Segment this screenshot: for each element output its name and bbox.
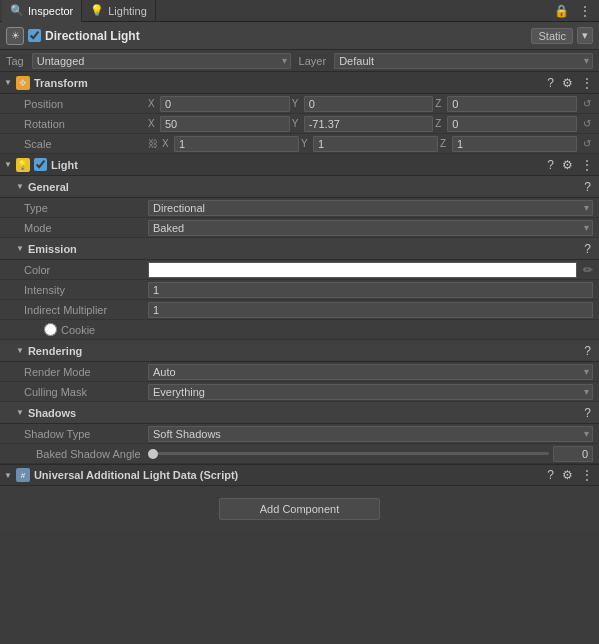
tag-select-wrapper: Untagged [32,53,291,69]
shadows-fields: Shadow Type Soft Shadows Baked Shadow An… [0,424,599,464]
object-name: Directional Light [45,29,527,43]
transform-actions: ? ⚙ ⋮ [545,77,595,89]
rotation-label: Rotation [24,118,144,130]
culling-mask-select[interactable]: Everything [148,384,593,400]
transform-help-button[interactable]: ? [545,77,556,89]
lighting-tab-icon: 💡 [90,4,104,17]
rotation-row: Rotation X Y Z ↺ [0,114,599,134]
tab-bar-right: 🔒 ⋮ [552,5,597,17]
rotation-z-input[interactable] [447,116,577,132]
render-mode-select-wrapper: Auto [148,364,593,380]
scale-y-input[interactable] [313,136,438,152]
transform-section-header[interactable]: ▼ ✥ Transform ? ⚙ ⋮ [0,72,599,94]
scale-y-item: Y [301,136,438,152]
universal-section-header[interactable]: ▼ # Universal Additional Light Data (Scr… [0,464,599,486]
general-fields: Type Directional Mode Baked [0,198,599,238]
color-row: Color ✏ [0,260,599,280]
lock-button[interactable]: 🔒 [552,5,571,17]
type-row: Type Directional [0,198,599,218]
light-icon: 💡 [16,158,30,172]
emission-help-button[interactable]: ? [582,243,593,255]
rotation-x-item: X [148,116,290,132]
color-label: Color [24,264,144,276]
light-section-header[interactable]: ▼ 💡 Light ? ⚙ ⋮ [0,154,599,176]
scale-x-input[interactable] [174,136,299,152]
scale-z-input[interactable] [452,136,577,152]
baked-shadow-angle-label: Baked Shadow Angle [24,448,144,460]
universal-menu-button[interactable]: ⋮ [579,469,595,481]
light-actions: ? ⚙ ⋮ [545,159,595,171]
rotation-x-input[interactable] [160,116,290,132]
rendering-subsection-header[interactable]: ▼ Rendering ? [0,340,599,362]
rendering-help-button[interactable]: ? [582,345,593,357]
universal-settings-button[interactable]: ⚙ [560,469,575,481]
emission-subsection-header[interactable]: ▼ Emission ? [0,238,599,260]
position-row: Position X Y Z ↺ [0,94,599,114]
cookie-radio[interactable] [44,323,57,336]
position-z-label: Z [435,98,445,109]
light-menu-button[interactable]: ⋮ [579,159,595,171]
emission-triangle-icon: ▼ [16,244,24,253]
scale-row: Scale ⛓ X Y Z ↺ [0,134,599,154]
mode-select-wrapper: Baked [148,220,593,236]
transform-section-title: Transform [34,77,541,89]
position-reset-button[interactable]: ↺ [581,98,593,109]
light-settings-button[interactable]: ⚙ [560,159,575,171]
rotation-y-input[interactable] [304,116,434,132]
indirect-multiplier-input[interactable] [148,302,593,318]
position-x-label: X [148,98,158,109]
shadow-type-row: Shadow Type Soft Shadows [0,424,599,444]
layer-select-wrapper: Default [334,53,593,69]
shadows-help-button[interactable]: ? [582,407,593,419]
light-active-checkbox[interactable] [34,158,47,171]
general-subsection-header[interactable]: ▼ General ? [0,176,599,198]
color-preview[interactable] [148,262,577,278]
tab-inspector[interactable]: 🔍 Inspector [2,0,82,22]
position-y-input[interactable] [304,96,434,112]
general-subsection-title: General [28,181,578,193]
rotation-y-item: Y [292,116,434,132]
color-picker-icon[interactable]: ✏ [583,263,593,277]
light-triangle-icon: ▼ [4,160,12,169]
add-component-area: Add Component [0,486,599,532]
universal-triangle-icon: ▼ [4,471,12,480]
mode-select[interactable]: Baked [148,220,593,236]
tag-select[interactable]: Untagged [32,53,291,69]
scale-z-item: Z [440,136,577,152]
intensity-input[interactable] [148,282,593,298]
inspector-tab-label: Inspector [28,5,73,17]
general-triangle-icon: ▼ [16,182,24,191]
baked-shadow-angle-value[interactable] [553,446,593,462]
scale-x-item: X [162,136,299,152]
baked-shadow-angle-thumb[interactable] [148,449,158,459]
scale-reset-button[interactable]: ↺ [581,138,593,149]
position-x-input[interactable] [160,96,290,112]
shadow-type-select-wrapper: Soft Shadows [148,426,593,442]
position-label: Position [24,98,144,110]
shadow-type-select[interactable]: Soft Shadows [148,426,593,442]
static-button[interactable]: Static [531,28,573,44]
mode-row: Mode Baked [0,218,599,238]
type-select[interactable]: Directional [148,200,593,216]
position-z-input[interactable] [447,96,577,112]
transform-icon: ✥ [16,76,30,90]
rotation-reset-button[interactable]: ↺ [581,118,593,129]
shadows-subsection-header[interactable]: ▼ Shadows ? [0,402,599,424]
menu-button[interactable]: ⋮ [577,5,593,17]
add-component-button[interactable]: Add Component [219,498,381,520]
tab-lighting[interactable]: 💡 Lighting [82,0,156,22]
rotation-z-item: Z [435,116,577,132]
light-help-button[interactable]: ? [545,159,556,171]
rotation-z-label: Z [435,118,445,129]
rendering-fields: Render Mode Auto Culling Mask Everything [0,362,599,402]
static-arrow-button[interactable]: ▾ [577,27,593,44]
universal-help-button[interactable]: ? [545,469,556,481]
transform-settings-button[interactable]: ⚙ [560,77,575,89]
render-mode-select[interactable]: Auto [148,364,593,380]
transform-fields: Position X Y Z ↺ Rotation X [0,94,599,154]
layer-select[interactable]: Default [334,53,593,69]
shadows-subsection-title: Shadows [28,407,578,419]
general-help-button[interactable]: ? [582,181,593,193]
transform-menu-button[interactable]: ⋮ [579,77,595,89]
object-active-checkbox[interactable] [28,29,41,42]
